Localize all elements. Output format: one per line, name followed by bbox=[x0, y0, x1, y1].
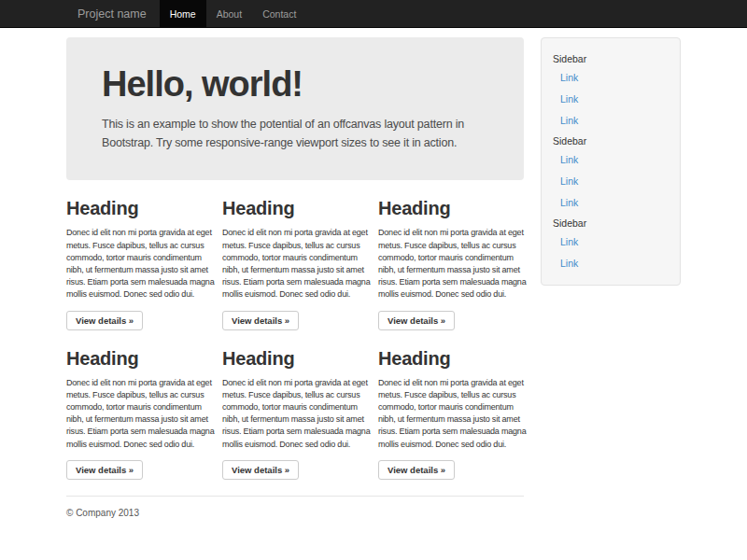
sidebar-group: Sidebar Link Link Link bbox=[542, 131, 680, 213]
footer-divider bbox=[66, 496, 524, 497]
page-title: Hello, world! bbox=[102, 66, 488, 104]
content-card: Heading Donec id elit non mi porta gravi… bbox=[66, 180, 212, 329]
sidebar-heading: Sidebar bbox=[542, 131, 680, 148]
nav-item-contact[interactable]: Contact bbox=[252, 0, 306, 27]
sidebar-link[interactable]: Link bbox=[542, 191, 680, 213]
jumbotron-lead: This is an example to show the potential… bbox=[102, 116, 494, 153]
card-heading: Heading bbox=[222, 348, 368, 370]
sidebar-link[interactable]: Link bbox=[542, 148, 680, 170]
content-card: Heading Donec id elit non mi porta gravi… bbox=[378, 180, 524, 329]
sidebar: Sidebar Link Link Link Sidebar Link Link… bbox=[541, 37, 681, 286]
card-heading: Heading bbox=[378, 348, 524, 370]
content-card: Heading Donec id elit non mi porta gravi… bbox=[222, 330, 368, 480]
card-body: Donec id elit non mi porta gravida at eg… bbox=[222, 227, 372, 301]
content-card: Heading Donec id elit non mi porta gravi… bbox=[66, 330, 212, 480]
view-details-button[interactable]: View details » bbox=[222, 311, 299, 330]
view-details-button[interactable]: View details » bbox=[222, 460, 299, 480]
cards-grid: Heading Donec id elit non mi porta gravi… bbox=[66, 180, 524, 479]
sidebar-link[interactable]: Link bbox=[542, 231, 680, 252]
nav-item-about[interactable]: About bbox=[206, 0, 252, 27]
card-heading: Heading bbox=[66, 198, 212, 219]
copyright-text: © Company 2013 bbox=[66, 508, 524, 518]
content-card: Heading Donec id elit non mi porta gravi… bbox=[378, 330, 524, 480]
card-heading: Heading bbox=[222, 198, 368, 219]
footer: © Company 2013 bbox=[66, 496, 524, 518]
card-body: Donec id elit non mi porta gravida at eg… bbox=[378, 227, 528, 301]
card-body: Donec id elit non mi porta gravida at eg… bbox=[378, 377, 528, 451]
sidebar-link[interactable]: Link bbox=[542, 88, 680, 109]
sidebar-heading: Sidebar bbox=[542, 213, 680, 231]
view-details-button[interactable]: View details » bbox=[378, 311, 455, 330]
nav-item-home[interactable]: Home bbox=[160, 0, 206, 27]
card-body: Donec id elit non mi porta gravida at eg… bbox=[222, 377, 372, 451]
sidebar-group: Sidebar Link Link bbox=[542, 213, 680, 273]
sidebar-link[interactable]: Link bbox=[542, 66, 680, 88]
navbar-container: Project name Home About Contact bbox=[66, 0, 681, 27]
card-heading: Heading bbox=[66, 348, 212, 370]
page-container: Hello, world! This is an example to show… bbox=[66, 28, 681, 555]
top-navbar: Project name Home About Contact bbox=[0, 0, 747, 28]
sidebar-link[interactable]: Link bbox=[542, 252, 680, 273]
main-content: Hello, world! This is an example to show… bbox=[66, 28, 524, 555]
sidebar-link[interactable]: Link bbox=[542, 109, 680, 131]
view-details-button[interactable]: View details » bbox=[66, 460, 143, 480]
card-body: Donec id elit non mi porta gravida at eg… bbox=[66, 377, 216, 451]
jumbotron: Hello, world! This is an example to show… bbox=[66, 37, 524, 180]
view-details-button[interactable]: View details » bbox=[378, 460, 455, 480]
view-details-button[interactable]: View details » bbox=[66, 311, 143, 330]
content-card: Heading Donec id elit non mi porta gravi… bbox=[222, 180, 368, 329]
card-body: Donec id elit non mi porta gravida at eg… bbox=[66, 227, 216, 301]
sidebar-heading: Sidebar bbox=[542, 49, 680, 66]
sidebar-group: Sidebar Link Link Link bbox=[542, 49, 680, 131]
brand-link[interactable]: Project name bbox=[66, 0, 160, 27]
sidebar-link[interactable]: Link bbox=[542, 170, 680, 191]
navbar-menu: Home About Contact bbox=[160, 0, 307, 27]
card-heading: Heading bbox=[378, 198, 524, 219]
